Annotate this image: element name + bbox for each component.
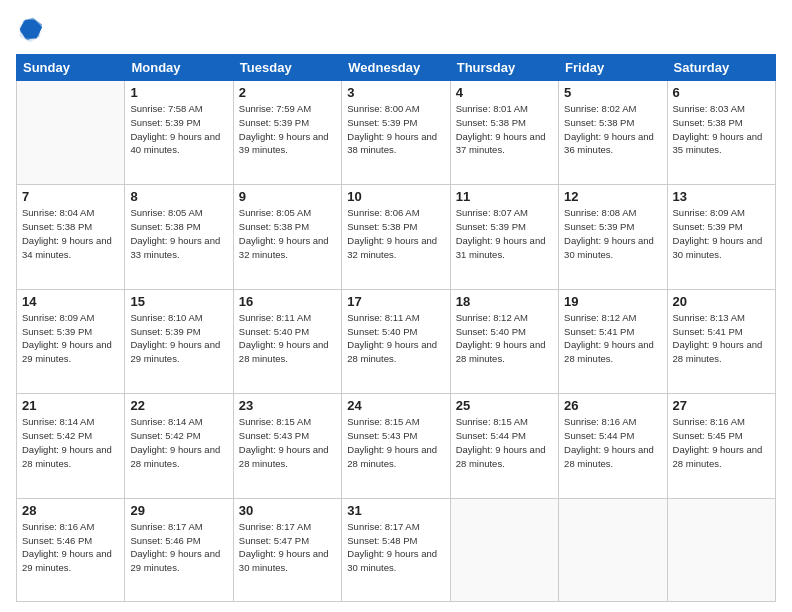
- day-number: 1: [130, 85, 227, 100]
- day-number: 12: [564, 189, 661, 204]
- day-number: 14: [22, 294, 119, 309]
- day-info: Sunrise: 8:16 AMSunset: 5:46 PMDaylight:…: [22, 520, 119, 575]
- calendar-cell: 11Sunrise: 8:07 AMSunset: 5:39 PMDayligh…: [450, 185, 558, 289]
- day-info: Sunrise: 8:02 AMSunset: 5:38 PMDaylight:…: [564, 102, 661, 157]
- day-number: 23: [239, 398, 336, 413]
- day-number: 19: [564, 294, 661, 309]
- calendar-cell: 27Sunrise: 8:16 AMSunset: 5:45 PMDayligh…: [667, 394, 775, 498]
- calendar-cell: 29Sunrise: 8:17 AMSunset: 5:46 PMDayligh…: [125, 498, 233, 601]
- calendar-cell: 26Sunrise: 8:16 AMSunset: 5:44 PMDayligh…: [559, 394, 667, 498]
- day-info: Sunrise: 8:08 AMSunset: 5:39 PMDaylight:…: [564, 206, 661, 261]
- page: SundayMondayTuesdayWednesdayThursdayFrid…: [0, 0, 792, 612]
- day-info: Sunrise: 8:16 AMSunset: 5:45 PMDaylight:…: [673, 415, 770, 470]
- calendar-cell: 28Sunrise: 8:16 AMSunset: 5:46 PMDayligh…: [17, 498, 125, 601]
- day-number: 4: [456, 85, 553, 100]
- calendar-week-1: 7Sunrise: 8:04 AMSunset: 5:38 PMDaylight…: [17, 185, 776, 289]
- day-info: Sunrise: 8:10 AMSunset: 5:39 PMDaylight:…: [130, 311, 227, 366]
- day-info: Sunrise: 8:04 AMSunset: 5:38 PMDaylight:…: [22, 206, 119, 261]
- day-number: 26: [564, 398, 661, 413]
- day-number: 27: [673, 398, 770, 413]
- day-number: 29: [130, 503, 227, 518]
- calendar-cell: [17, 81, 125, 185]
- day-info: Sunrise: 8:17 AMSunset: 5:46 PMDaylight:…: [130, 520, 227, 575]
- calendar-cell: 17Sunrise: 8:11 AMSunset: 5:40 PMDayligh…: [342, 289, 450, 393]
- day-number: 16: [239, 294, 336, 309]
- calendar-week-2: 14Sunrise: 8:09 AMSunset: 5:39 PMDayligh…: [17, 289, 776, 393]
- calendar-cell: 5Sunrise: 8:02 AMSunset: 5:38 PMDaylight…: [559, 81, 667, 185]
- day-number: 11: [456, 189, 553, 204]
- calendar-cell: 20Sunrise: 8:13 AMSunset: 5:41 PMDayligh…: [667, 289, 775, 393]
- day-info: Sunrise: 8:11 AMSunset: 5:40 PMDaylight:…: [347, 311, 444, 366]
- calendar-week-4: 28Sunrise: 8:16 AMSunset: 5:46 PMDayligh…: [17, 498, 776, 601]
- day-number: 13: [673, 189, 770, 204]
- day-info: Sunrise: 8:16 AMSunset: 5:44 PMDaylight:…: [564, 415, 661, 470]
- day-number: 17: [347, 294, 444, 309]
- calendar-week-0: 1Sunrise: 7:58 AMSunset: 5:39 PMDaylight…: [17, 81, 776, 185]
- day-number: 25: [456, 398, 553, 413]
- calendar-cell: [559, 498, 667, 601]
- day-number: 21: [22, 398, 119, 413]
- calendar-header-monday: Monday: [125, 55, 233, 81]
- day-number: 30: [239, 503, 336, 518]
- day-info: Sunrise: 8:07 AMSunset: 5:39 PMDaylight:…: [456, 206, 553, 261]
- day-info: Sunrise: 8:15 AMSunset: 5:44 PMDaylight:…: [456, 415, 553, 470]
- day-info: Sunrise: 8:03 AMSunset: 5:38 PMDaylight:…: [673, 102, 770, 157]
- day-info: Sunrise: 8:12 AMSunset: 5:41 PMDaylight:…: [564, 311, 661, 366]
- day-number: 20: [673, 294, 770, 309]
- day-number: 24: [347, 398, 444, 413]
- day-info: Sunrise: 8:11 AMSunset: 5:40 PMDaylight:…: [239, 311, 336, 366]
- calendar-header-row: SundayMondayTuesdayWednesdayThursdayFrid…: [17, 55, 776, 81]
- calendar-cell: 18Sunrise: 8:12 AMSunset: 5:40 PMDayligh…: [450, 289, 558, 393]
- calendar-cell: 22Sunrise: 8:14 AMSunset: 5:42 PMDayligh…: [125, 394, 233, 498]
- day-info: Sunrise: 7:59 AMSunset: 5:39 PMDaylight:…: [239, 102, 336, 157]
- day-number: 18: [456, 294, 553, 309]
- calendar-header-friday: Friday: [559, 55, 667, 81]
- calendar-cell: 23Sunrise: 8:15 AMSunset: 5:43 PMDayligh…: [233, 394, 341, 498]
- calendar-header-saturday: Saturday: [667, 55, 775, 81]
- day-number: 22: [130, 398, 227, 413]
- day-number: 8: [130, 189, 227, 204]
- day-info: Sunrise: 8:05 AMSunset: 5:38 PMDaylight:…: [239, 206, 336, 261]
- day-number: 5: [564, 85, 661, 100]
- calendar-cell: [667, 498, 775, 601]
- day-number: 15: [130, 294, 227, 309]
- day-info: Sunrise: 8:17 AMSunset: 5:47 PMDaylight:…: [239, 520, 336, 575]
- day-info: Sunrise: 8:05 AMSunset: 5:38 PMDaylight:…: [130, 206, 227, 261]
- day-number: 2: [239, 85, 336, 100]
- logo-icon: [16, 16, 44, 44]
- calendar-cell: 24Sunrise: 8:15 AMSunset: 5:43 PMDayligh…: [342, 394, 450, 498]
- calendar-cell: 31Sunrise: 8:17 AMSunset: 5:48 PMDayligh…: [342, 498, 450, 601]
- calendar-cell: 2Sunrise: 7:59 AMSunset: 5:39 PMDaylight…: [233, 81, 341, 185]
- day-info: Sunrise: 8:13 AMSunset: 5:41 PMDaylight:…: [673, 311, 770, 366]
- calendar-header-wednesday: Wednesday: [342, 55, 450, 81]
- day-number: 7: [22, 189, 119, 204]
- calendar-cell: 30Sunrise: 8:17 AMSunset: 5:47 PMDayligh…: [233, 498, 341, 601]
- day-number: 6: [673, 85, 770, 100]
- day-number: 9: [239, 189, 336, 204]
- calendar-cell: [450, 498, 558, 601]
- calendar-cell: 14Sunrise: 8:09 AMSunset: 5:39 PMDayligh…: [17, 289, 125, 393]
- day-info: Sunrise: 8:06 AMSunset: 5:38 PMDaylight:…: [347, 206, 444, 261]
- day-number: 10: [347, 189, 444, 204]
- calendar-cell: 6Sunrise: 8:03 AMSunset: 5:38 PMDaylight…: [667, 81, 775, 185]
- day-number: 28: [22, 503, 119, 518]
- day-info: Sunrise: 8:12 AMSunset: 5:40 PMDaylight:…: [456, 311, 553, 366]
- calendar-cell: 15Sunrise: 8:10 AMSunset: 5:39 PMDayligh…: [125, 289, 233, 393]
- calendar-cell: 4Sunrise: 8:01 AMSunset: 5:38 PMDaylight…: [450, 81, 558, 185]
- logo: [16, 16, 48, 44]
- day-number: 3: [347, 85, 444, 100]
- day-info: Sunrise: 8:17 AMSunset: 5:48 PMDaylight:…: [347, 520, 444, 575]
- calendar-cell: 25Sunrise: 8:15 AMSunset: 5:44 PMDayligh…: [450, 394, 558, 498]
- calendar-cell: 7Sunrise: 8:04 AMSunset: 5:38 PMDaylight…: [17, 185, 125, 289]
- calendar-week-3: 21Sunrise: 8:14 AMSunset: 5:42 PMDayligh…: [17, 394, 776, 498]
- day-info: Sunrise: 8:00 AMSunset: 5:39 PMDaylight:…: [347, 102, 444, 157]
- day-number: 31: [347, 503, 444, 518]
- day-info: Sunrise: 8:09 AMSunset: 5:39 PMDaylight:…: [673, 206, 770, 261]
- day-info: Sunrise: 8:09 AMSunset: 5:39 PMDaylight:…: [22, 311, 119, 366]
- calendar-cell: 3Sunrise: 8:00 AMSunset: 5:39 PMDaylight…: [342, 81, 450, 185]
- calendar-cell: 21Sunrise: 8:14 AMSunset: 5:42 PMDayligh…: [17, 394, 125, 498]
- calendar-header-sunday: Sunday: [17, 55, 125, 81]
- header: [16, 16, 776, 44]
- day-info: Sunrise: 8:01 AMSunset: 5:38 PMDaylight:…: [456, 102, 553, 157]
- calendar-header-thursday: Thursday: [450, 55, 558, 81]
